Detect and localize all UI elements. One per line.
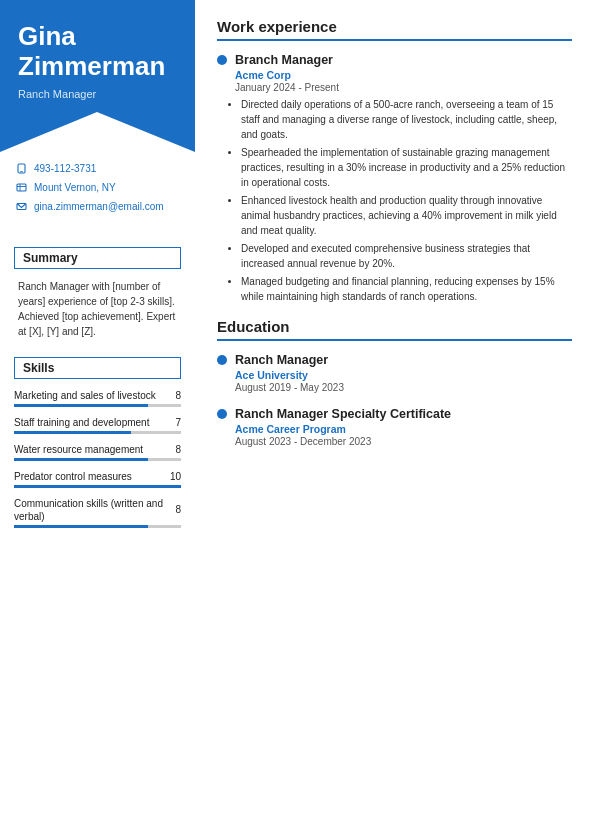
skill-bar-fill (14, 485, 181, 488)
sidebar-header: Gina Zimmerman Ranch Manager (0, 0, 195, 112)
bullet-item: Enhanced livestock health and production… (241, 193, 572, 238)
skill-bar-bg (14, 404, 181, 407)
entry-bullets: Directed daily operations of a 500-acre … (241, 97, 572, 304)
summary-text: Ranch Manager with [number of years] exp… (14, 273, 181, 343)
chevron-decoration (0, 112, 195, 152)
entry-header: Branch Manager (217, 53, 572, 67)
skill-label: Predator control measures (14, 470, 166, 483)
skill-label: Staff training and development (14, 416, 171, 429)
entry-title: Branch Manager (235, 53, 333, 67)
skill-bar-bg (14, 458, 181, 461)
edu-entry-company: Acme Career Program (235, 423, 572, 435)
edu-entry-title: Ranch Manager (235, 353, 328, 367)
email-contact: gina.zimmerman@email.com (14, 200, 181, 214)
edu-entry-date: August 2019 - May 2023 (235, 382, 572, 393)
skill-bar-fill (14, 525, 148, 528)
edu-entry-company: Ace University (235, 369, 572, 381)
skills-section: Skills (14, 357, 181, 379)
main-content: Work experience Branch Manager Acme Corp… (195, 0, 594, 838)
edu-entry-header: Ranch Manager (217, 353, 572, 367)
skill-item: Marketing and sales of livestock 8 (14, 389, 181, 407)
skill-bar-bg (14, 431, 181, 434)
location-contact: Mount Vernon, NY (14, 181, 181, 195)
skill-label: Communication skills (written and verbal… (14, 497, 171, 523)
email-value: gina.zimmerman@email.com (34, 201, 164, 212)
resume-container: Gina Zimmerman Ranch Manager 493-112-373… (0, 0, 594, 838)
skill-bar-fill (14, 404, 148, 407)
education-section: Education Ranch Manager Ace University A… (217, 318, 572, 447)
skill-item: Communication skills (written and verbal… (14, 497, 181, 528)
skill-bar-fill (14, 458, 148, 461)
skill-bar-fill (14, 431, 131, 434)
skill-score: 8 (175, 444, 181, 455)
skill-label: Marketing and sales of livestock (14, 389, 171, 402)
location-value: Mount Vernon, NY (34, 182, 116, 193)
candidate-name: Gina Zimmerman (18, 22, 177, 82)
edu-entry-dot (217, 355, 227, 365)
svg-rect-1 (20, 171, 23, 172)
entry-date: January 2024 - Present (235, 82, 572, 93)
location-icon (14, 181, 28, 195)
svg-rect-2 (17, 184, 26, 191)
skill-item: Predator control measures 10 (14, 470, 181, 488)
education-entries: Ranch Manager Ace University August 2019… (217, 353, 572, 447)
summary-section: Summary (14, 247, 181, 269)
phone-icon (14, 162, 28, 176)
education-entry: Ranch Manager Ace University August 2019… (217, 353, 572, 393)
skill-bar-bg (14, 525, 181, 528)
skill-item: Staff training and development 7 (14, 416, 181, 434)
sidebar-contact-section: 493-112-3731 Mount Vernon, NY (0, 152, 195, 233)
skill-label: Water resource management (14, 443, 171, 456)
bullet-item: Developed and executed comprehensive bus… (241, 241, 572, 271)
education-entry: Ranch Manager Specialty Certificate Acme… (217, 407, 572, 447)
sidebar: Gina Zimmerman Ranch Manager 493-112-373… (0, 0, 195, 838)
phone-value: 493-112-3731 (34, 163, 96, 174)
skill-score: 8 (175, 390, 181, 401)
skill-score: 8 (175, 504, 181, 515)
phone-contact: 493-112-3731 (14, 162, 181, 176)
skill-score: 10 (170, 471, 181, 482)
edu-entry-dot (217, 409, 227, 419)
skills-list: Marketing and sales of livestock 8 Staff… (14, 389, 181, 528)
edu-entry-date: August 2023 - December 2023 (235, 436, 572, 447)
bullet-item: Managed budgeting and financial planning… (241, 274, 572, 304)
summary-heading: Summary (15, 248, 180, 268)
work-entry: Branch Manager Acme Corp January 2024 - … (217, 53, 572, 304)
entry-company: Acme Corp (235, 69, 572, 81)
education-heading: Education (217, 318, 572, 341)
email-icon (14, 200, 28, 214)
edu-entry-title: Ranch Manager Specialty Certificate (235, 407, 451, 421)
skills-heading: Skills (15, 358, 180, 378)
work-experience-heading: Work experience (217, 18, 572, 41)
skill-item: Water resource management 8 (14, 443, 181, 461)
bullet-item: Directed daily operations of a 500-acre … (241, 97, 572, 142)
edu-entry-header: Ranch Manager Specialty Certificate (217, 407, 572, 421)
work-experience-section: Work experience Branch Manager Acme Corp… (217, 18, 572, 304)
work-entries: Branch Manager Acme Corp January 2024 - … (217, 53, 572, 304)
bullet-item: Spearheaded the implementation of sustai… (241, 145, 572, 190)
sidebar-bottom: Summary Ranch Manager with [number of ye… (0, 233, 195, 838)
entry-dot (217, 55, 227, 65)
candidate-title: Ranch Manager (18, 88, 177, 100)
skill-score: 7 (175, 417, 181, 428)
sidebar-chevron-area (0, 112, 195, 152)
skill-bar-bg (14, 485, 181, 488)
